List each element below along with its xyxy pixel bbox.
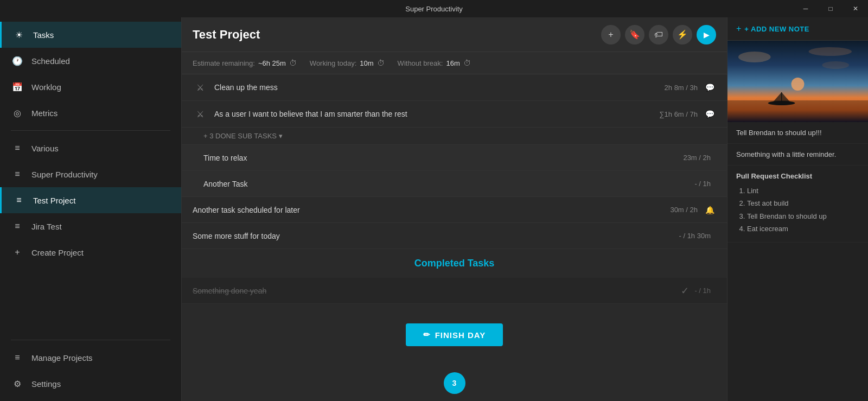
main-container: ☀ Tasks 🕐 Scheduled 📅 Worklog ◎ Metrics … [0,17,868,401]
sidebar-item-manage-projects[interactable]: ≡ Manage Projects [0,345,181,371]
stats-bar: Estimate remaining: ~6h 25m ⏱ Working to… [182,52,727,74]
stat-estimate: Estimate remaining: ~6h 25m ⏱ [193,59,297,67]
subtask-name-1: Time to relax [203,154,683,162]
stat-without-break: Without break: 16m ⏱ [398,59,471,67]
plus-note-icon: + [736,24,741,34]
sidebar-item-scheduled-label: Scheduled [31,56,70,66]
scheduled-task-2[interactable]: Some more stuff for today - / 1h 30m [182,223,727,249]
svg-rect-1 [727,100,868,122]
tag-button[interactable]: 🏷 [649,25,668,44]
completed-header: Completed Tasks [182,249,727,278]
subtask-time-2: - / 1h [694,180,711,188]
subtask-time-to-relax[interactable]: Time to relax 23m / 2h [182,145,727,171]
chevron-down-icon: ▾ [279,132,283,140]
sidebar-bottom: ≡ Manage Projects ⚙ Settings [0,335,181,401]
task-item-clean-up[interactable]: ⚔ Clean up the mess 2h 8m / 3h 💬 [182,74,727,101]
subtask-another-task[interactable]: Another Task - / 1h [182,171,727,197]
estimate-icon: ⏱ [289,59,297,67]
task-item-smarter[interactable]: ⚔ As a user I want to believe that I am … [182,101,727,128]
sidebar-item-scheduled[interactable]: 🕐 Scheduled [0,48,181,74]
task-icon-2: ⚔ [193,106,208,122]
working-today-label: Working today: [310,59,356,67]
add-note-button[interactable]: + + ADD NEW NOTE [727,17,868,41]
sidebar-item-tasks[interactable]: ☀ Tasks [0,22,181,48]
note-item-1[interactable]: Tell Brendan to should up!!! [727,122,868,144]
done-task-1[interactable]: Something done yeah ✓ - / 1h [182,278,727,304]
close-button[interactable]: ✕ [843,0,868,17]
checklist-item-2: Test aot build [747,197,859,209]
sidebar-item-worklog-label: Worklog [31,82,61,92]
content-area: Test Project + 🔖 🏷 ⚡ ▶ Estimate remainin… [182,17,727,401]
add-task-button[interactable]: + [601,25,621,44]
task-icon-1: ⚔ [193,80,208,95]
sidebar-top: ☀ Tasks 🕐 Scheduled 📅 Worklog ◎ Metrics … [0,17,181,335]
sidebar-item-settings-label: Settings [31,379,61,389]
subtask-time-1: 23m / 2h [683,154,711,162]
note-icon-1[interactable]: 💬 [703,81,716,94]
sidebar-item-settings[interactable]: ⚙ Settings [0,371,181,397]
alarm-icon-1: 🔔 [703,203,716,217]
clock-icon: 🕐 [11,54,24,67]
done-task-name-1: Something done yeah [193,287,681,295]
without-break-value: 16m [446,59,459,67]
badge-button[interactable]: 3 [444,372,465,394]
sidebar-bottom-divider [11,340,170,340]
note-icon-2[interactable]: 💬 [703,107,716,120]
scheduled-name-2: Some more stuff for today [193,232,679,240]
content-header: Test Project + 🔖 🏷 ⚡ ▶ [182,17,727,52]
sidebar-item-test-project[interactable]: ≡ Test Project [0,187,181,213]
scheduled-time-1: 30m / 2h [670,206,698,214]
manage-icon: ≡ [11,351,24,364]
break-icon: ⏱ [463,59,471,67]
sidebar-item-manage-label: Manage Projects [31,353,93,362]
calendar-icon: 📅 [11,80,24,93]
sidebar-item-various[interactable]: ≡ Various [0,135,181,161]
notes-panel: + + ADD NEW NOTE [727,17,868,401]
note-checklist[interactable]: Pull Request Checklist Lint Test aot bui… [727,166,868,243]
sidebar-item-metrics[interactable]: ◎ Metrics [0,100,181,126]
checklist-item-4: Eat icecream [747,222,859,235]
list-icon-tp: ≡ [12,194,25,207]
working-icon: ⏱ [377,59,385,67]
maximize-button[interactable]: □ [818,0,843,17]
task-name-2: As a user I want to believe that I am sm… [214,110,659,118]
svg-point-6 [808,47,852,56]
done-subtasks-expand[interactable]: + 3 DONE SUB TASKS ▾ [182,128,727,145]
add-note-label: + ADD NEW NOTE [744,25,809,33]
stat-working-today: Working today: 10m ⏱ [310,59,385,67]
bookmark-button[interactable]: 🔖 [625,25,644,44]
sidebar-item-create-project[interactable]: + Create Project [0,239,181,265]
minimize-button[interactable]: ─ [793,0,818,17]
svg-point-5 [738,52,771,62]
list-icon-jira: ≡ [11,220,24,233]
sidebar-item-super-productivity[interactable]: ≡ Super Productivity [0,161,181,187]
finish-day-button[interactable]: ✏ FINISH DAY [406,323,503,346]
working-today-value: 10m [360,59,373,67]
scheduled-task-1[interactable]: Another task scheduled for later 30m / 2… [182,197,727,223]
task-scroll-area[interactable]: ⚔ Clean up the mess 2h 8m / 3h 💬 ⚔ As a … [182,74,727,401]
list-icon-sp: ≡ [11,168,24,181]
sidebar-divider [11,130,170,131]
sidebar-item-create-label: Create Project [31,248,84,257]
sidebar-item-various-label: Various [31,144,59,153]
note-item-2[interactable]: Something with a little reminder. [727,144,868,166]
checklist-item-3: Tell Brendan to should up [747,210,859,222]
svg-point-7 [822,61,849,69]
subtask-name-2: Another Task [203,180,694,188]
done-task-time-1: - / 1h [694,287,711,295]
titlebar-controls: ─ □ ✕ [793,0,868,17]
sun-icon: ☀ [12,28,25,41]
sidebar-item-jira-label: Jira Test [31,222,62,231]
play-button[interactable]: ▶ [697,25,716,44]
sidebar-item-sp-label: Super Productivity [31,170,98,179]
svg-point-3 [768,101,795,105]
plus-icon: + [11,246,24,259]
note-image[interactable] [727,41,868,122]
note-text-1: Tell Brendan to should up!!! [736,129,822,137]
estimate-value: ~6h 25m [258,59,286,67]
lightning-button[interactable]: ⚡ [673,25,692,44]
settings-icon: ⚙ [11,377,24,390]
sidebar-item-jira-test[interactable]: ≡ Jira Test [0,213,181,239]
titlebar: Super Productivity ─ □ ✕ [0,0,868,17]
sidebar-item-worklog[interactable]: 📅 Worklog [0,74,181,100]
